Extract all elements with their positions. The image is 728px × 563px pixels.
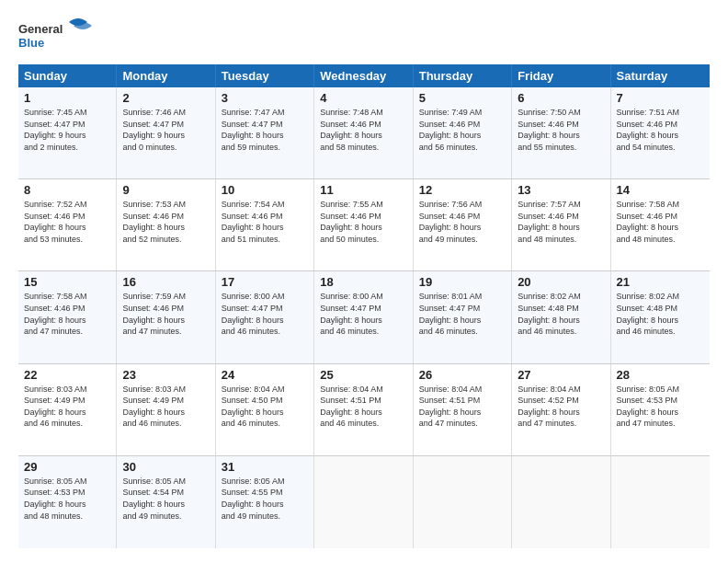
day-info: Sunrise: 8:04 AM Sunset: 4:52 PM Dayligh… [518, 384, 604, 430]
day-cell-20: 20Sunrise: 8:02 AM Sunset: 4:48 PM Dayli… [512, 271, 610, 362]
logo: General Blue [18, 15, 101, 55]
day-info: Sunrise: 8:03 AM Sunset: 4:49 PM Dayligh… [122, 384, 209, 430]
day-number: 23 [122, 368, 209, 382]
day-number: 2 [122, 91, 209, 105]
day-info: Sunrise: 8:03 AM Sunset: 4:49 PM Dayligh… [24, 384, 110, 430]
day-cell-8: 8Sunrise: 7:52 AM Sunset: 4:46 PM Daylig… [18, 179, 117, 270]
day-number: 5 [419, 91, 506, 105]
week-row-2: 8Sunrise: 7:52 AM Sunset: 4:46 PM Daylig… [18, 179, 710, 271]
day-info: Sunrise: 7:56 AM Sunset: 4:46 PM Dayligh… [419, 199, 506, 245]
day-number: 26 [419, 368, 506, 382]
day-info: Sunrise: 7:58 AM Sunset: 4:46 PM Dayligh… [24, 291, 110, 337]
day-cell-25: 25Sunrise: 8:04 AM Sunset: 4:51 PM Dayli… [314, 364, 413, 455]
day-info: Sunrise: 7:52 AM Sunset: 4:46 PM Dayligh… [24, 199, 110, 245]
day-info: Sunrise: 7:58 AM Sunset: 4:46 PM Dayligh… [617, 199, 704, 245]
day-cell-7: 7Sunrise: 7:51 AM Sunset: 4:46 PM Daylig… [611, 87, 710, 178]
day-info: Sunrise: 8:02 AM Sunset: 4:48 PM Dayligh… [518, 291, 604, 337]
day-number: 4 [320, 91, 406, 105]
day-number: 10 [222, 183, 308, 197]
week-row-5: 29Sunrise: 8:05 AM Sunset: 4:53 PM Dayli… [18, 456, 710, 548]
day-cell-13: 13Sunrise: 7:57 AM Sunset: 4:46 PM Dayli… [512, 179, 610, 270]
day-info: Sunrise: 8:04 AM Sunset: 4:51 PM Dayligh… [320, 384, 406, 430]
day-cell-17: 17Sunrise: 8:00 AM Sunset: 4:47 PM Dayli… [216, 271, 314, 362]
day-info: Sunrise: 8:05 AM Sunset: 4:54 PM Dayligh… [122, 476, 209, 522]
day-info: Sunrise: 7:50 AM Sunset: 4:46 PM Dayligh… [518, 107, 604, 153]
day-cell-15: 15Sunrise: 7:58 AM Sunset: 4:46 PM Dayli… [18, 271, 117, 362]
day-cell-22: 22Sunrise: 8:03 AM Sunset: 4:49 PM Dayli… [18, 364, 117, 455]
day-number: 14 [617, 183, 704, 197]
day-cell-4: 4Sunrise: 7:48 AM Sunset: 4:46 PM Daylig… [314, 87, 413, 178]
empty-cell [414, 456, 512, 548]
day-number: 12 [419, 183, 506, 197]
day-cell-5: 5Sunrise: 7:49 AM Sunset: 4:46 PM Daylig… [414, 87, 512, 178]
day-info: Sunrise: 7:47 AM Sunset: 4:47 PM Dayligh… [222, 107, 308, 153]
day-info: Sunrise: 8:00 AM Sunset: 4:47 PM Dayligh… [320, 291, 406, 337]
day-cell-2: 2Sunrise: 7:46 AM Sunset: 4:47 PM Daylig… [117, 87, 215, 178]
day-number: 17 [222, 275, 308, 289]
day-info: Sunrise: 8:00 AM Sunset: 4:47 PM Dayligh… [222, 291, 308, 337]
day-number: 25 [320, 368, 406, 382]
day-cell-31: 31Sunrise: 8:05 AM Sunset: 4:55 PM Dayli… [216, 456, 314, 548]
day-cell-16: 16Sunrise: 7:59 AM Sunset: 4:46 PM Dayli… [117, 271, 215, 362]
day-number: 9 [122, 183, 209, 197]
weekday-header-thursday: Thursday [414, 64, 512, 87]
day-number: 21 [617, 275, 704, 289]
day-cell-29: 29Sunrise: 8:05 AM Sunset: 4:53 PM Dayli… [18, 456, 117, 548]
day-cell-27: 27Sunrise: 8:04 AM Sunset: 4:52 PM Dayli… [512, 364, 610, 455]
day-info: Sunrise: 7:57 AM Sunset: 4:46 PM Dayligh… [518, 199, 604, 245]
week-row-1: 1Sunrise: 7:45 AM Sunset: 4:47 PM Daylig… [18, 87, 710, 179]
day-number: 22 [24, 368, 110, 382]
calendar-body: 1Sunrise: 7:45 AM Sunset: 4:47 PM Daylig… [18, 87, 710, 548]
day-info: Sunrise: 8:05 AM Sunset: 4:55 PM Dayligh… [222, 476, 308, 522]
day-number: 7 [617, 91, 704, 105]
day-cell-3: 3Sunrise: 7:47 AM Sunset: 4:47 PM Daylig… [216, 87, 314, 178]
day-number: 3 [222, 91, 308, 105]
weekday-header-tuesday: Tuesday [216, 64, 314, 87]
day-info: Sunrise: 8:04 AM Sunset: 4:51 PM Dayligh… [419, 384, 506, 430]
weekday-header-sunday: Sunday [18, 64, 117, 87]
weekday-header-monday: Monday [117, 64, 215, 87]
header: General Blue [18, 15, 710, 55]
day-number: 13 [518, 183, 604, 197]
day-cell-21: 21Sunrise: 8:02 AM Sunset: 4:48 PM Dayli… [611, 271, 710, 362]
day-number: 19 [419, 275, 506, 289]
day-cell-18: 18Sunrise: 8:00 AM Sunset: 4:47 PM Dayli… [314, 271, 413, 362]
day-info: Sunrise: 8:01 AM Sunset: 4:47 PM Dayligh… [419, 291, 506, 337]
day-cell-1: 1Sunrise: 7:45 AM Sunset: 4:47 PM Daylig… [18, 87, 117, 178]
day-info: Sunrise: 7:46 AM Sunset: 4:47 PM Dayligh… [122, 107, 209, 153]
day-number: 15 [24, 275, 110, 289]
empty-cell [512, 456, 610, 548]
day-number: 16 [122, 275, 209, 289]
day-number: 28 [617, 368, 704, 382]
calendar: SundayMondayTuesdayWednesdayThursdayFrid… [18, 64, 710, 548]
day-info: Sunrise: 8:04 AM Sunset: 4:50 PM Dayligh… [222, 384, 308, 430]
day-cell-24: 24Sunrise: 8:04 AM Sunset: 4:50 PM Dayli… [216, 364, 314, 455]
day-number: 31 [222, 460, 308, 474]
day-info: Sunrise: 7:54 AM Sunset: 4:46 PM Dayligh… [222, 199, 308, 245]
day-cell-30: 30Sunrise: 8:05 AM Sunset: 4:54 PM Dayli… [117, 456, 215, 548]
svg-text:Blue: Blue [18, 36, 44, 50]
svg-text:General: General [18, 22, 63, 36]
page: General Blue SundayMondayTuesdayWednesda… [0, 0, 728, 563]
day-info: Sunrise: 7:51 AM Sunset: 4:46 PM Dayligh… [617, 107, 704, 153]
day-number: 18 [320, 275, 406, 289]
day-cell-9: 9Sunrise: 7:53 AM Sunset: 4:46 PM Daylig… [117, 179, 215, 270]
day-cell-19: 19Sunrise: 8:01 AM Sunset: 4:47 PM Dayli… [414, 271, 512, 362]
day-info: Sunrise: 7:59 AM Sunset: 4:46 PM Dayligh… [122, 291, 209, 337]
day-cell-11: 11Sunrise: 7:55 AM Sunset: 4:46 PM Dayli… [314, 179, 413, 270]
day-info: Sunrise: 7:49 AM Sunset: 4:46 PM Dayligh… [419, 107, 506, 153]
day-number: 1 [24, 91, 110, 105]
day-cell-14: 14Sunrise: 7:58 AM Sunset: 4:46 PM Dayli… [611, 179, 710, 270]
weekday-header-friday: Friday [512, 64, 610, 87]
day-number: 20 [518, 275, 604, 289]
day-cell-10: 10Sunrise: 7:54 AM Sunset: 4:46 PM Dayli… [216, 179, 314, 270]
calendar-header: SundayMondayTuesdayWednesdayThursdayFrid… [18, 64, 710, 87]
day-info: Sunrise: 7:53 AM Sunset: 4:46 PM Dayligh… [122, 199, 209, 245]
day-number: 24 [222, 368, 308, 382]
empty-cell [611, 456, 710, 548]
week-row-3: 15Sunrise: 7:58 AM Sunset: 4:46 PM Dayli… [18, 271, 710, 363]
day-info: Sunrise: 8:05 AM Sunset: 4:53 PM Dayligh… [24, 476, 110, 522]
day-number: 30 [122, 460, 209, 474]
day-info: Sunrise: 7:48 AM Sunset: 4:46 PM Dayligh… [320, 107, 406, 153]
day-number: 11 [320, 183, 406, 197]
